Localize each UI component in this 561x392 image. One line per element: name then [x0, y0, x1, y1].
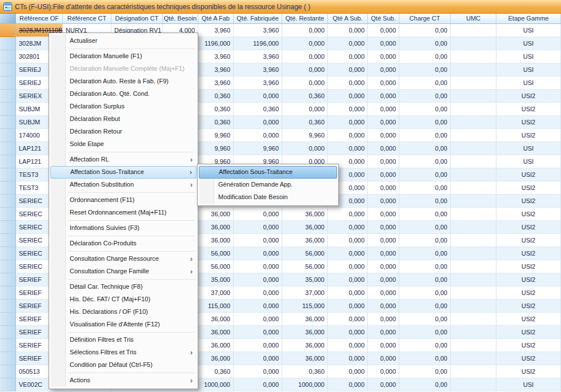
row-selector[interactable] [0, 221, 16, 234]
cell[interactable]: 9,960 [234, 142, 282, 155]
cell[interactable]: 0,00 [399, 300, 451, 313]
cell[interactable]: 0,000 [328, 260, 368, 273]
cell[interactable]: USI2 [496, 339, 561, 352]
column-header[interactable]: Qté. Restante [282, 14, 328, 23]
cell[interactable]: 0,00 [399, 24, 451, 37]
cell[interactable]: 9,960 [282, 129, 328, 142]
cell[interactable]: 0,000 [234, 365, 282, 378]
cell[interactable]: 36,000 [282, 326, 328, 339]
cell[interactable]: 1196,000 [198, 37, 234, 50]
cell[interactable] [451, 365, 496, 378]
submenu-item[interactable]: Modification Date Besoin [199, 191, 337, 204]
cell[interactable]: 36,000 [198, 234, 234, 247]
cell[interactable]: 0,000 [328, 234, 368, 247]
row-selector[interactable] [0, 63, 16, 76]
row-selector[interactable] [0, 378, 16, 391]
cell[interactable]: 115,000 [282, 300, 328, 313]
cell[interactable]: 0,000 [368, 365, 399, 378]
menu-item[interactable]: Déclaration Retour [50, 126, 197, 138]
cell[interactable]: 0,000 [282, 63, 328, 76]
cell[interactable]: 0,000 [368, 260, 399, 273]
cell[interactable]: 36,000 [198, 313, 234, 326]
menu-item[interactable]: Informations Suivies (F3) [50, 222, 197, 235]
cell[interactable]: 115,000 [198, 300, 234, 313]
cell[interactable]: 0,00 [399, 116, 451, 129]
row-selector[interactable] [0, 90, 16, 103]
cell[interactable]: 0,000 [328, 24, 368, 37]
menu-item[interactable]: Déclaration Auto. Qté. Cond. [50, 88, 197, 100]
menu-item[interactable]: Reset Ordonnancement (Maj+F11) [50, 207, 197, 219]
row-selector[interactable] [0, 260, 16, 273]
menu-item[interactable]: Déclaration Co-Produits [50, 237, 197, 250]
menu-item[interactable]: Affectation RL› [50, 153, 197, 166]
cell[interactable]: 0,000 [234, 339, 282, 352]
cell[interactable]: 0,000 [368, 168, 399, 181]
cell[interactable]: 0,000 [234, 300, 282, 313]
cell[interactable]: USI [496, 155, 561, 168]
row-selector[interactable] [0, 208, 16, 221]
cell[interactable]: 0,000 [368, 103, 399, 116]
cell[interactable]: 0,000 [368, 339, 399, 352]
cell[interactable] [451, 378, 496, 391]
column-header[interactable]: Qté A Fab [198, 14, 234, 23]
cell[interactable]: 0,00 [399, 155, 451, 168]
cell[interactable]: 36,000 [282, 208, 328, 221]
menu-item[interactable]: Sélections Filtres et Tris› [50, 346, 197, 359]
menu-item[interactable]: Condition par Défaut (Ctrl-F5) [50, 359, 197, 371]
column-header[interactable]: Référence CT [63, 14, 111, 23]
column-header[interactable]: Qté Sub. [368, 14, 399, 23]
cell[interactable]: 0,000 [368, 247, 399, 260]
cell[interactable]: USI2 [496, 90, 561, 103]
cell[interactable]: USI2 [496, 300, 561, 313]
column-header[interactable]: Désignation CT [111, 14, 163, 23]
cell[interactable]: 0,000 [234, 378, 282, 391]
cell[interactable]: 0,000 [328, 76, 368, 90]
cell[interactable]: 0,00 [399, 273, 451, 286]
cell[interactable]: 0,00 [399, 313, 451, 326]
cell[interactable]: 0,000 [328, 129, 368, 142]
cell[interactable]: 37,000 [282, 286, 328, 300]
cell[interactable]: 0,00 [399, 378, 451, 391]
cell[interactable]: 0,000 [234, 234, 282, 247]
cell[interactable]: 36,000 [282, 339, 328, 352]
cell[interactable]: 35,000 [282, 273, 328, 286]
cell[interactable] [451, 155, 496, 168]
cell[interactable]: 0,000 [368, 234, 399, 247]
app-icon[interactable] [3, 2, 12, 11]
row-selector[interactable] [0, 24, 16, 37]
cell[interactable]: 0,000 [282, 103, 328, 116]
cell[interactable]: 0,360 [198, 90, 234, 103]
menu-item[interactable]: Ordonnancement (F11) [50, 194, 197, 207]
menu-item[interactable]: His. Déc. FAT/ CT (Maj+F10) [50, 293, 197, 306]
cell[interactable] [451, 273, 496, 286]
cell[interactable]: 0,000 [368, 378, 399, 391]
cell[interactable]: 0,000 [328, 286, 368, 300]
cell[interactable]: 0,000 [368, 90, 399, 103]
cell[interactable]: USI2 [496, 352, 561, 365]
cell[interactable]: 0,360 [198, 116, 234, 129]
cell[interactable]: 0,000 [234, 208, 282, 221]
cell[interactable]: 0,360 [198, 103, 234, 116]
cell[interactable] [451, 234, 496, 247]
cell[interactable] [451, 116, 496, 129]
cell[interactable]: 0,00 [399, 63, 451, 76]
cell[interactable]: 0,000 [328, 90, 368, 103]
cell[interactable]: 0,000 [328, 352, 368, 365]
cell[interactable]: 36,000 [198, 208, 234, 221]
cell[interactable]: 0,000 [328, 378, 368, 391]
cell[interactable]: 0,000 [234, 260, 282, 273]
row-selector[interactable] [0, 300, 16, 313]
cell[interactable] [451, 37, 496, 50]
cell[interactable]: 0,000 [234, 313, 282, 326]
cell[interactable] [451, 129, 496, 142]
cell[interactable]: 0,360 [198, 365, 234, 378]
cell[interactable] [451, 247, 496, 260]
cell[interactable]: USI2 [496, 260, 561, 273]
row-selector[interactable] [0, 50, 16, 63]
cell[interactable] [451, 260, 496, 273]
cell[interactable]: USI2 [496, 168, 561, 181]
cell[interactable]: 0,000 [328, 273, 368, 286]
cell[interactable]: 0,000 [234, 326, 282, 339]
cell[interactable]: USI2 [496, 208, 561, 221]
cell[interactable]: 0,00 [399, 195, 451, 208]
